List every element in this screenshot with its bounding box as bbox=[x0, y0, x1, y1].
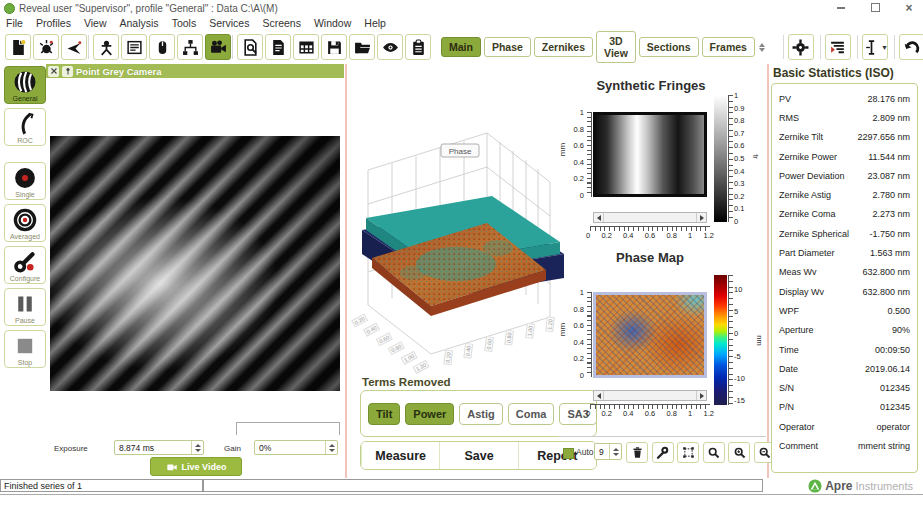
toolbar-separator bbox=[815, 35, 821, 59]
stat-value: 012345 bbox=[880, 402, 910, 412]
clipboard-button[interactable] bbox=[405, 34, 431, 60]
stat-value: 632.800 nm bbox=[862, 287, 910, 297]
menu-window[interactable]: Window bbox=[314, 17, 351, 29]
new-document-button[interactable] bbox=[5, 34, 31, 60]
tab-frames[interactable]: Frames bbox=[702, 37, 755, 57]
alignment-button[interactable] bbox=[93, 34, 119, 60]
fringes-h-scrollbar[interactable] bbox=[593, 212, 707, 223]
settings-list-button[interactable] bbox=[121, 34, 147, 60]
toolbar-icon bbox=[413, 40, 424, 55]
undo-button[interactable]: ▾ bbox=[899, 34, 923, 60]
wrench-button[interactable] bbox=[652, 442, 674, 463]
report-page-button[interactable] bbox=[265, 34, 291, 60]
tilt-toggle[interactable]: Tilt bbox=[368, 403, 400, 425]
menu-help[interactable]: Help bbox=[364, 17, 386, 29]
panel-pin-icon[interactable] bbox=[62, 66, 73, 77]
zoom-region-button[interactable] bbox=[677, 442, 699, 463]
scroll-right-icon[interactable] bbox=[696, 391, 706, 400]
panel-close-icon[interactable] bbox=[48, 66, 59, 77]
stat-value: 012345 bbox=[880, 383, 910, 393]
stat-label: Zernike Astig bbox=[779, 190, 831, 200]
sidebar-icon bbox=[15, 168, 35, 188]
save-button[interactable]: Save bbox=[439, 442, 517, 469]
stat-row: WPF 0.500 bbox=[779, 301, 910, 320]
stat-value: 11.544 nm bbox=[868, 152, 910, 162]
open-button[interactable] bbox=[349, 34, 375, 60]
maximize-button[interactable] bbox=[869, 2, 881, 13]
trash-button[interactable] bbox=[626, 442, 648, 463]
toolbar-icon bbox=[832, 42, 845, 52]
general-button[interactable]: General bbox=[4, 66, 46, 104]
scroll-left-icon[interactable] bbox=[594, 213, 604, 222]
menu-tools[interactable]: Tools bbox=[172, 17, 197, 29]
toolbar-icon bbox=[355, 42, 370, 53]
exposure-field[interactable]: 8.874 ms bbox=[114, 440, 204, 455]
tab-scroll-spinner[interactable] bbox=[759, 43, 765, 52]
phase-y-axis bbox=[587, 292, 592, 377]
mouse-button[interactable] bbox=[149, 34, 175, 60]
toolbar-separator bbox=[88, 35, 89, 59]
coma-toggle[interactable]: Coma bbox=[508, 403, 555, 425]
gain-stepper[interactable] bbox=[325, 441, 337, 454]
toolbar-icon bbox=[183, 40, 198, 55]
pause-button[interactable]: Pause bbox=[4, 288, 46, 326]
text-tool-button[interactable]: ▾ bbox=[862, 34, 888, 60]
live-video-button[interactable]: Live Video bbox=[150, 457, 242, 476]
toolbar-mode-group bbox=[93, 34, 231, 60]
scroll-left-icon[interactable] bbox=[594, 391, 604, 400]
zoom-in-button[interactable] bbox=[728, 442, 750, 463]
stat-label: Comment bbox=[779, 441, 818, 451]
auto-count-field[interactable]: 9 bbox=[594, 443, 622, 460]
power-toggle[interactable]: Power bbox=[405, 403, 454, 425]
alarm-button[interactable] bbox=[33, 34, 59, 60]
menu-view[interactable]: View bbox=[84, 17, 107, 29]
scroll-right-icon[interactable] bbox=[696, 213, 706, 222]
averaged-button[interactable]: Averaged bbox=[4, 204, 46, 242]
stat-row: Zernike Coma 2.273 nm bbox=[779, 205, 910, 224]
phase-h-scrollbar[interactable] bbox=[593, 390, 707, 401]
astig-toggle[interactable]: Astig bbox=[459, 403, 503, 425]
tab-main[interactable]: Main bbox=[441, 37, 481, 57]
configure-button[interactable]: Configure bbox=[4, 246, 46, 284]
grid-button[interactable] bbox=[293, 34, 319, 60]
chevron-down-icon[interactable]: ▾ bbox=[882, 43, 886, 52]
menu-file[interactable]: File bbox=[6, 17, 23, 29]
toolbar-right-group: ▾ ▾ ▾ ▾ ▾ bbox=[777, 34, 923, 60]
tab-3d-view[interactable]: 3D View bbox=[596, 31, 636, 63]
minimize-button[interactable] bbox=[835, 2, 847, 13]
send-button[interactable] bbox=[61, 34, 87, 60]
zoom-document-button[interactable] bbox=[237, 34, 263, 60]
tab-sections[interactable]: Sections bbox=[639, 37, 699, 57]
menu-profiles[interactable]: Profiles bbox=[36, 17, 71, 29]
stop-button[interactable]: Stop bbox=[4, 330, 46, 368]
single-button[interactable]: Single bbox=[4, 162, 46, 200]
camera-button[interactable] bbox=[205, 34, 231, 60]
filter-button[interactable]: ▾ bbox=[825, 34, 851, 60]
save-button[interactable] bbox=[321, 34, 347, 60]
stat-value: 632.800 nm bbox=[862, 267, 910, 277]
workflow-button[interactable] bbox=[177, 34, 203, 60]
auto-checkbox[interactable] bbox=[563, 448, 574, 459]
splitter[interactable] bbox=[767, 64, 769, 478]
roc-button[interactable]: ROC bbox=[4, 108, 46, 146]
auto-count-stepper[interactable] bbox=[609, 444, 621, 459]
stat-row: RMS 2.809 nm bbox=[779, 108, 910, 127]
view-button[interactable] bbox=[377, 34, 403, 60]
exposure-stepper[interactable] bbox=[191, 441, 203, 454]
phase-colorbar-ticks: 1050-5-10-15 bbox=[734, 285, 750, 405]
stat-value: 2.809 nm bbox=[872, 113, 910, 123]
menu-screens[interactable]: Screens bbox=[262, 17, 301, 29]
zoom-reset-button[interactable] bbox=[703, 442, 725, 463]
splitter[interactable] bbox=[345, 64, 347, 478]
menu-services[interactable]: Services bbox=[209, 17, 249, 29]
measure-button[interactable]: Measure bbox=[361, 442, 439, 469]
tab-zernikes[interactable]: Zernikes bbox=[534, 37, 593, 57]
gain-field[interactable]: 0% bbox=[254, 440, 338, 455]
phase-map-title: Phase Map bbox=[593, 250, 707, 265]
statistics-panel: PV 28.176 nm RMS 2.809 nm Zernike Tilt 2… bbox=[771, 83, 918, 473]
tab-phase[interactable]: Phase bbox=[484, 37, 531, 57]
gain-label: Gain bbox=[224, 444, 241, 453]
menu-analysis[interactable]: Analysis bbox=[120, 17, 159, 29]
crosshair-button[interactable]: ▾ bbox=[788, 34, 814, 60]
close-button[interactable]: × bbox=[903, 2, 915, 13]
